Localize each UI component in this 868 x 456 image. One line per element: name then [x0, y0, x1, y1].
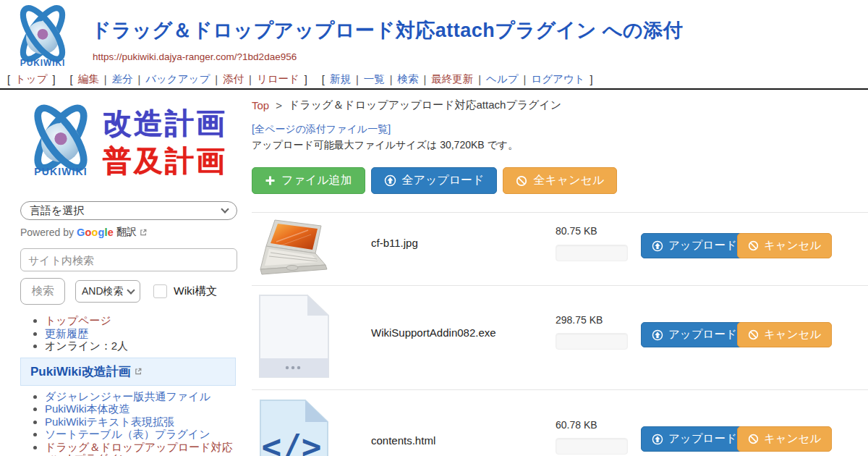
file-size: 298.75 KB — [556, 314, 603, 326]
wiki-syntax-label: Wiki構文 — [174, 284, 217, 299]
nav-item-attach[interactable]: 添付 — [223, 72, 244, 86]
upload-progress-bar — [556, 438, 628, 455]
max-upload-size-text: アップロード可能最大ファイルサイズは 30,720KB です。 — [252, 139, 868, 152]
cancel-button[interactable]: キャンセル — [737, 322, 832, 347]
sidebar-link-dnd-attach[interactable]: ドラッグ＆ドロップアップロード対応attachプラグイン — [45, 441, 233, 456]
file-size: 60.78 KB — [556, 419, 597, 431]
sidebar-link-core-mod[interactable]: PukiWiki本体改造 — [45, 402, 130, 415]
wiki-syntax-checkbox[interactable] — [153, 284, 167, 298]
separator: | — [249, 74, 252, 85]
nav-item-edit[interactable]: 編集 — [78, 72, 99, 86]
bracket: [ — [70, 74, 73, 85]
search-mode-select[interactable]: AND検索 — [75, 280, 140, 303]
plus-icon — [265, 175, 276, 186]
google-logo: Google — [77, 227, 114, 238]
banner-line-fukyu: 普及計画 — [103, 142, 227, 180]
search-button[interactable]: 検索 — [20, 278, 65, 305]
banner-line-kaizo: 改造計画 — [103, 104, 227, 142]
generic-file-icon — [258, 294, 330, 379]
sidebar-section-box: PukiWiki改造計画 — [20, 358, 236, 386]
separator: | — [478, 74, 481, 85]
file-name: cf-b11.jpg — [371, 237, 418, 249]
ban-circle-icon — [748, 240, 759, 251]
separator: | — [390, 74, 393, 85]
list-item: トップページ — [45, 315, 239, 327]
add-files-button[interactable]: ファイル追加 — [252, 167, 365, 194]
separator: | — [423, 74, 426, 85]
breadcrumb-current: ドラッグ＆ドロップアップロード対応attachプラグイン — [289, 98, 561, 112]
site-search-input[interactable] — [20, 248, 237, 271]
ban-circle-icon — [516, 175, 527, 187]
cancel-all-button[interactable]: 全キャンセル — [503, 167, 617, 194]
upload-circle-icon — [384, 174, 396, 187]
file-size: 80.75 KB — [556, 225, 597, 237]
online-users-status: オンライン：2人 — [45, 339, 128, 352]
all-pages-attach-list-link[interactable]: [全ページの添付ファイル一覧] — [252, 123, 391, 136]
nav-item-recent[interactable]: 最終更新 — [431, 72, 473, 86]
nav-item-top[interactable]: トップ — [15, 72, 48, 86]
nav-item-backup[interactable]: バックアップ — [145, 72, 210, 86]
list-item: PukiWikiテキスト表現拡張 — [45, 416, 239, 428]
upload-all-button[interactable]: 全アップロード — [371, 167, 498, 194]
sidebar-page-links: ダジャレンジャー版共通ファイル PukiWiki本体改造 PukiWikiテキス… — [20, 391, 239, 456]
translate-link[interactable]: 翻訳 — [116, 226, 148, 239]
list-item: ダジャレンジャー版共通ファイル — [45, 391, 239, 403]
list-item: ソートテーブル（表）プラグイン — [45, 428, 239, 441]
upload-circle-icon — [652, 329, 663, 341]
file-name: WikiSupportAddin082.exe — [371, 326, 496, 339]
separator: | — [356, 74, 359, 85]
pukiwiki-logo-icon[interactable]: PUKIWIKI — [9, 4, 77, 70]
list-item: 更新履歴 — [45, 328, 239, 340]
sidebar-link-common-files[interactable]: ダジャレンジャー版共通ファイル — [45, 390, 210, 402]
nav-item-help[interactable]: ヘルプ — [486, 72, 519, 86]
html-file-icon: </> — [259, 399, 329, 456]
upload-queue: cf-b11.jpg 80.75 KB アップロード キャンセル — [252, 212, 868, 456]
top-nav: [ トップ ] [ 編集 | 差分 | バックアップ | 添付 | リロード ]… — [0, 70, 868, 88]
language-select[interactable]: 言語を選択 — [20, 201, 237, 220]
cancel-button[interactable]: キャンセル — [737, 426, 832, 452]
chevron-down-icon — [127, 286, 135, 294]
upload-circle-icon — [652, 434, 663, 445]
nav-item-new[interactable]: 新規 — [330, 72, 351, 86]
nav-item-list[interactable]: 一覧 — [364, 72, 385, 86]
breadcrumb: Top > ドラッグ＆ドロップアップロード対応attachプラグイン — [252, 98, 868, 112]
upload-button[interactable]: アップロード — [641, 322, 748, 347]
bracket: ] — [53, 74, 56, 85]
sidebar-link-history[interactable]: 更新履歴 — [45, 327, 88, 339]
sidebar-section-title-link[interactable]: PukiWiki改造計画 — [30, 363, 142, 380]
breadcrumb-separator: > — [276, 99, 282, 111]
code-glyph: </> — [261, 427, 321, 456]
sidebar-site-banner[interactable]: PUKIWIKI 改造計画 普及計画 — [20, 100, 239, 183]
nav-item-search[interactable]: 検索 — [397, 72, 418, 86]
external-link-icon — [134, 367, 142, 376]
upload-progress-bar — [556, 333, 628, 350]
search-mode-value: AND検索 — [82, 285, 124, 298]
sidebar-link-text-ext[interactable]: PukiWikiテキスト表現拡張 — [45, 415, 174, 428]
nav-item-diff[interactable]: 差分 — [111, 72, 132, 86]
list-item: ドラッグ＆ドロップアップロード対応attachプラグイン — [45, 442, 239, 456]
upload-button[interactable]: アップロード — [641, 426, 748, 452]
chevron-down-icon — [221, 205, 229, 213]
upload-button[interactable]: アップロード — [641, 233, 748, 258]
header: PUKIWIKI ドラッグ＆ドロップアップロード対応attachプラグイン への… — [0, 0, 868, 70]
laptop-photo-thumbnail — [258, 217, 331, 281]
breadcrumb-home-link[interactable]: Top — [252, 99, 269, 111]
table-row: </> contents.html 60.78 KB アップロード — [252, 389, 868, 456]
sidebar-link-toppage[interactable]: トップページ — [45, 314, 111, 326]
pukiwiki-logo-icon: PUKIWIKI — [20, 103, 101, 181]
nav-item-logout[interactable]: ログアウト — [531, 72, 584, 86]
list-item: PukiWiki本体改造 — [45, 403, 239, 415]
nav-item-reload[interactable]: リロード — [257, 72, 299, 86]
bracket: ] — [305, 74, 307, 85]
bracket: [ — [7, 74, 10, 85]
sidebar-link-sort-table[interactable]: ソートテーブル（表）プラグイン — [45, 428, 210, 440]
external-link-icon — [139, 228, 148, 237]
ban-circle-icon — [748, 329, 759, 340]
separator: | — [524, 74, 527, 85]
upload-progress-bar — [556, 245, 628, 261]
separator: | — [104, 74, 107, 85]
cancel-button[interactable]: キャンセル — [737, 233, 832, 258]
sidebar: PUKIWIKI 改造計画 普及計画 言語を選択 Powered by Goog… — [0, 90, 250, 456]
table-row: cf-b11.jpg 80.75 KB アップロード キャンセル — [252, 212, 868, 285]
logo-wordmark: PUKIWIKI — [20, 58, 65, 68]
